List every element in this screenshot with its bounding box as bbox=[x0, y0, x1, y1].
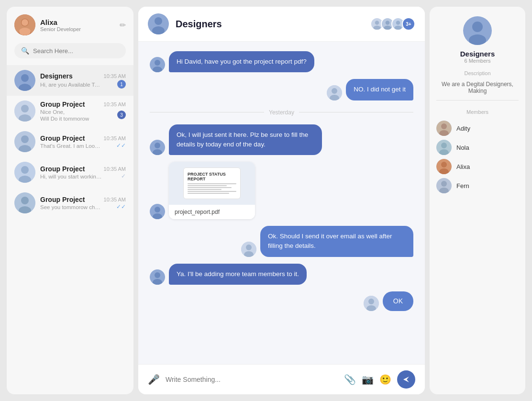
message-bubble: Ok, I will just sent it here. Plz be sur… bbox=[169, 124, 322, 156]
svg-point-54 bbox=[472, 22, 483, 32]
user-name: Alixa bbox=[40, 18, 120, 26]
camera-icon[interactable]: 📷 bbox=[362, 374, 374, 385]
user-role: Senior Developer bbox=[40, 26, 120, 32]
member-name: Nola bbox=[456, 144, 469, 151]
chat-item-group4[interactable]: Group Project 10:35 AM See you tommorow … bbox=[7, 188, 133, 218]
chat-content: Group Project 10:35 AM Nice One, Will Do… bbox=[40, 100, 126, 122]
svg-point-27 bbox=[386, 21, 390, 25]
right-panel: Designers 6 Members Description We are a… bbox=[430, 7, 525, 394]
search-input[interactable] bbox=[33, 47, 119, 55]
chat-avatar bbox=[14, 131, 35, 152]
message-avatar bbox=[364, 296, 379, 311]
single-tick-icon: ✓ bbox=[121, 173, 126, 179]
chat-name: Group Project bbox=[40, 134, 85, 142]
chat-preview: Hi, will you start working on the chat a… bbox=[40, 174, 102, 179]
chat-time: 10:35 AM bbox=[104, 73, 126, 79]
member-row[interactable]: Adity bbox=[436, 119, 519, 138]
member-avatar bbox=[436, 140, 452, 155]
message-row: Ya. I'll be adding more team members to … bbox=[150, 264, 413, 285]
message-row: Hi David, have you got the project repor… bbox=[150, 51, 413, 72]
group-name: Designers bbox=[460, 50, 495, 58]
chat-time: 10:35 AM bbox=[104, 135, 126, 141]
chat-avatar bbox=[14, 100, 35, 122]
svg-point-9 bbox=[21, 105, 29, 112]
chat-item-group1[interactable]: Group Project 10:35 AM Nice One, Will Do… bbox=[7, 96, 133, 126]
message-text: Ok, I will just sent it here. Plz be sur… bbox=[177, 131, 308, 148]
message-bubble: Ya. I'll be adding more team members to … bbox=[169, 264, 307, 285]
file-name: project_report.pdf bbox=[169, 205, 255, 219]
svg-point-12 bbox=[21, 135, 29, 143]
chat-avatar bbox=[14, 162, 35, 183]
chat-avatar bbox=[14, 192, 35, 213]
members-label: Members bbox=[466, 109, 488, 115]
svg-point-60 bbox=[441, 143, 447, 148]
unread-badge: 3 bbox=[117, 111, 126, 119]
send-button[interactable] bbox=[397, 370, 415, 389]
message-row: Ok. Should I send it over email as well … bbox=[150, 226, 413, 257]
search-bar[interactable]: 🔍 bbox=[14, 43, 126, 58]
svg-point-30 bbox=[396, 21, 400, 25]
input-bar: 🎤 📎 📷 🙂 bbox=[138, 364, 425, 394]
messages-area: Hi David, have you got the project repor… bbox=[138, 42, 425, 364]
message-avatar bbox=[150, 140, 165, 155]
edit-icon[interactable]: ✏ bbox=[120, 21, 126, 30]
header-avatar-plus: 3+ bbox=[402, 17, 415, 31]
chat-content: Group Project 10:35 AM See you tommorow … bbox=[40, 196, 126, 210]
chat-preview: Nice One, bbox=[40, 109, 89, 115]
svg-point-66 bbox=[441, 181, 447, 187]
chat-item-group2[interactable]: Group Project 10:35 AM That's Great. I a… bbox=[7, 126, 133, 157]
chat-time: 10:35 AM bbox=[104, 166, 126, 172]
message-text: Hi David, have you got the project repor… bbox=[177, 58, 307, 65]
chat-name: Group Project bbox=[40, 196, 85, 203]
message-bubble: Ok. Should I send it over email as well … bbox=[260, 226, 413, 257]
message-row: NO. I did not get it bbox=[150, 79, 413, 100]
member-row[interactable]: Nola bbox=[436, 138, 519, 157]
svg-point-45 bbox=[246, 245, 252, 250]
svg-point-24 bbox=[375, 21, 379, 25]
mic-icon[interactable]: 🎤 bbox=[148, 374, 160, 385]
chat-name: Group Project bbox=[40, 165, 85, 173]
chat-item-group3[interactable]: Group Project 10:35 AM Hi, will you star… bbox=[7, 157, 133, 188]
chat-time: 10:35 AM bbox=[104, 197, 126, 202]
member-row[interactable]: Alixa bbox=[436, 157, 519, 176]
message-text: Ya. I'll be adding more team members to … bbox=[177, 270, 299, 278]
message-row-ok: OK bbox=[150, 291, 413, 311]
attachment-icon[interactable]: 📎 bbox=[344, 374, 356, 385]
chat-time: 10:35 AM bbox=[104, 101, 126, 107]
chat-preview: That's Great. I am Looking forward to ha… bbox=[40, 143, 102, 149]
member-avatar bbox=[436, 121, 452, 136]
sidebar-header: Alixa Senior Developer ✏ bbox=[7, 14, 133, 43]
member-avatar bbox=[436, 159, 452, 174]
chat-title: Designers bbox=[176, 19, 370, 30]
chat-name: Designers bbox=[40, 72, 73, 80]
svg-point-21 bbox=[155, 17, 162, 25]
chat-avatar bbox=[14, 70, 35, 91]
message-avatar bbox=[241, 242, 256, 257]
message-input[interactable] bbox=[166, 376, 338, 383]
description-text: We are a Degital Designers, Making bbox=[436, 81, 519, 94]
file-doc: PROJECT STATUS REPORT bbox=[183, 167, 241, 199]
svg-point-39 bbox=[155, 143, 160, 148]
emoji-icon[interactable]: 🙂 bbox=[379, 374, 391, 385]
svg-point-4 bbox=[19, 28, 31, 35]
member-row[interactable]: Fern bbox=[436, 176, 519, 195]
svg-point-6 bbox=[21, 74, 29, 82]
svg-point-15 bbox=[21, 166, 29, 174]
ok-button-bubble[interactable]: OK bbox=[383, 291, 413, 311]
message-avatar bbox=[327, 85, 342, 100]
search-icon: 🔍 bbox=[21, 47, 29, 55]
file-message[interactable]: PROJECT STATUS REPORT project_report.pdf bbox=[169, 162, 255, 219]
date-divider: Yesterday bbox=[150, 109, 413, 116]
chat-preview: See you tommorow champ bbox=[40, 204, 102, 210]
message-text: NO. I did not get it bbox=[354, 86, 406, 93]
svg-point-57 bbox=[441, 123, 447, 129]
description-label: Description bbox=[464, 70, 490, 76]
double-tick-icon: ✓✓ bbox=[116, 142, 126, 149]
main-chat: Designers 3+ Hi David, have you got the … bbox=[138, 7, 425, 394]
chat-header: Designers 3+ bbox=[138, 7, 425, 42]
chat-item-designers[interactable]: Designers 10:35 AM Hi, are you Available… bbox=[7, 65, 133, 96]
svg-point-63 bbox=[441, 162, 447, 167]
chat-name: Group Project bbox=[40, 100, 85, 108]
group-avatar bbox=[463, 16, 492, 45]
svg-point-33 bbox=[155, 60, 160, 66]
